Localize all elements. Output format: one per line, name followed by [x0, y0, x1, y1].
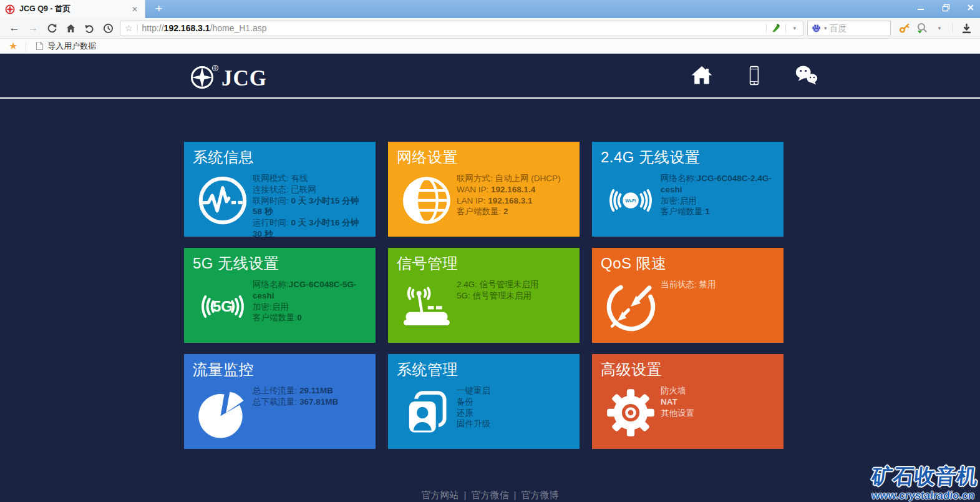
- more-caret-icon: ▾: [936, 25, 944, 31]
- close-button[interactable]: [963, 2, 979, 13]
- pulse-icon: [193, 170, 253, 231]
- key-icon: [899, 22, 910, 34]
- bookmark-item[interactable]: 导入用户数据: [31, 41, 101, 52]
- info-line: WAN IP: 192.168.1.4: [457, 184, 571, 195]
- forward-button[interactable]: →: [24, 20, 42, 36]
- info-line: 一键重启: [457, 385, 571, 396]
- info-line: 当前状态: 禁用: [661, 279, 775, 290]
- wifi-badge-text: Wi-Fi: [625, 198, 636, 204]
- tile-traffic-monitor[interactable]: 流量监控 总上传流量: 29.11MB 总下载流量: 367.81MB: [184, 354, 376, 449]
- info-line: 运行时间: 0 天 3小时16 分钟 30 秒: [253, 217, 367, 237]
- info-line: 防火墙: [661, 385, 775, 396]
- info-line: 客户端数量: 2: [457, 206, 571, 217]
- tile-signal-management[interactable]: 信号管理: [388, 248, 580, 343]
- history-clock-icon: [103, 23, 114, 34]
- reg-mark: ®: [213, 66, 217, 71]
- wechat-icon[interactable]: [793, 61, 820, 90]
- tab-close-icon[interactable]: ✕: [130, 5, 140, 14]
- search-box[interactable]: du ▾: [807, 21, 891, 36]
- jcg-logo[interactable]: ® JCG: [189, 62, 289, 91]
- undo-button[interactable]: [80, 20, 99, 36]
- header-icons: [688, 61, 820, 90]
- tile-title: 网络设置: [397, 147, 571, 168]
- tile-qos[interactable]: QoS 限速 当前状态: 禁用: [592, 248, 784, 343]
- url-text[interactable]: http://192.168.3.1/home_H1.asp: [142, 23, 267, 33]
- info-line: LAN IP: 192.168.3.1: [457, 195, 571, 207]
- restore-button[interactable]: [938, 2, 954, 13]
- footer-link-website[interactable]: 官方网站: [422, 490, 459, 500]
- repair-button[interactable]: [913, 20, 931, 36]
- watermark-title: 矿石收音机: [871, 463, 980, 491]
- info-line: 联网方式: 自动上网 (DHCP): [457, 173, 571, 184]
- info-line: 网络名称:JCG-6C048C-5G-ceshi: [253, 279, 367, 302]
- info-line: 总下载流量: 367.81MB: [253, 396, 367, 408]
- refresh-button[interactable]: [42, 20, 61, 36]
- page-icon: [36, 41, 44, 51]
- url-bar[interactable]: ☆ http://192.168.3.1/home_H1.asp ▾: [120, 21, 803, 36]
- url-dropdown-icon[interactable]: ▾: [790, 25, 798, 31]
- favorites-star-icon[interactable]: ★: [5, 40, 21, 52]
- info-line: 联网时间: 0 天 3小时15 分钟 58 秒: [253, 195, 367, 218]
- baidu-paw-icon[interactable]: du: [811, 23, 822, 34]
- tile-title: 高级设置: [601, 359, 775, 380]
- search-input[interactable]: [830, 23, 873, 33]
- globe-icon: [397, 170, 457, 231]
- tile-title: 系统信息: [193, 147, 367, 168]
- bookmarks-bar: ★ 导入用户数据: [0, 39, 980, 54]
- footer-link-wechat[interactable]: 官方微信: [472, 490, 509, 500]
- search-engine-dropdown-icon[interactable]: ▾: [822, 25, 830, 31]
- home-icon[interactable]: [688, 61, 716, 90]
- info-line: 连接状态: 已联网: [253, 184, 367, 195]
- tile-title: 2.4G 无线设置: [601, 147, 775, 168]
- gear-icon: [601, 382, 661, 443]
- info-line: 客户端数量:0: [253, 312, 367, 323]
- site-header: ® JCG: [0, 54, 980, 99]
- info-line: 备份: [457, 396, 571, 408]
- history-button[interactable]: [99, 20, 117, 36]
- back-button[interactable]: ←: [5, 20, 24, 36]
- info-line: 网络名称:JCG-6C048C-2.4G-ceshi: [661, 173, 775, 195]
- home-button[interactable]: [61, 20, 80, 36]
- password-manager-button[interactable]: [896, 20, 913, 36]
- download-button[interactable]: [958, 20, 975, 36]
- tile-title: QoS 限速: [601, 253, 775, 274]
- info-line: NAT: [661, 396, 775, 408]
- tab-title: JCG Q9 - 首页: [19, 4, 125, 14]
- browser-toolbar: ← → ☆ http://192.168.3.1/home_H1.asp: [0, 18, 980, 39]
- toolbar-more-dropdown[interactable]: ▾: [931, 20, 948, 36]
- wifi-24g-icon: Wi-Fi: [601, 170, 661, 231]
- bookmark-star-icon[interactable]: ☆: [125, 23, 133, 33]
- info-line: 客户端数量:1: [661, 206, 775, 217]
- info-line: 加密:启用: [253, 302, 367, 313]
- tile-wifi-24g[interactable]: 2.4G 无线设置 Wi-Fi: [592, 142, 784, 237]
- tile-title: 系统管理: [397, 359, 571, 380]
- favicon-jcg-icon: [5, 4, 15, 14]
- browser-titlebar: JCG Q9 - 首页 ✕ +: [0, 0, 980, 18]
- wifi-badge-text: 5G: [213, 298, 233, 315]
- refresh-icon: [47, 23, 57, 34]
- info-line: 还原: [457, 408, 571, 419]
- info-line: 加密:启用: [661, 195, 775, 207]
- info-line: 其他设置: [661, 408, 775, 419]
- pie-chart-icon: [193, 382, 253, 443]
- router-icon: [397, 276, 457, 337]
- minimize-button[interactable]: [913, 2, 929, 13]
- mobile-phone-icon[interactable]: [740, 61, 768, 90]
- bookmark-label: 导入用户数据: [47, 41, 96, 52]
- tile-title: 流量监控: [193, 359, 367, 380]
- tile-title: 5G 无线设置: [193, 253, 367, 274]
- download-icon: [961, 23, 972, 34]
- undo-icon: [84, 23, 95, 34]
- tile-network-settings[interactable]: 网络设置 联网方式: 自动上网 (DHCP) WAN IP: 192.168.1…: [388, 142, 580, 237]
- tile-system-management[interactable]: 系统管理 一键重启 备份 还原 固件升级: [388, 354, 580, 449]
- tile-grid: 系统信息 联网模式: 有线 连接状态: 已联网 联网时间: 0 天 3小时15 …: [184, 142, 784, 449]
- tile-wifi-5g[interactable]: 5G 无线设置 5G: [184, 248, 376, 343]
- browser-tab[interactable]: JCG Q9 - 首页 ✕: [0, 0, 145, 18]
- tile-system-info[interactable]: 系统信息 联网模式: 有线 连接状态: 已联网 联网时间: 0 天 3小时15 …: [184, 142, 376, 237]
- new-tab-button[interactable]: +: [145, 0, 172, 18]
- tile-advanced-settings[interactable]: 高级设置: [592, 354, 784, 449]
- watermark-url: www.crystalradio.cn: [870, 490, 977, 502]
- extension-plug-icon[interactable]: [771, 23, 781, 33]
- info-line: 5G: 信号管理未启用: [457, 290, 571, 302]
- footer-link-weibo[interactable]: 官方微博: [521, 490, 558, 500]
